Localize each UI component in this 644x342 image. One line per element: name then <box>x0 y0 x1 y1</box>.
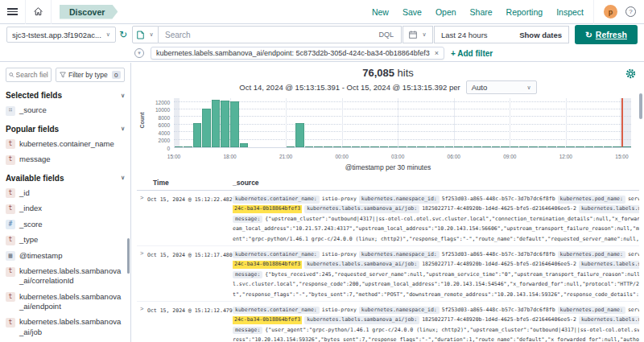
histogram-bar[interactable] <box>212 100 221 147</box>
field-section-label: Available fields <box>6 174 64 183</box>
help-icon[interactable]: ? <box>625 6 636 17</box>
histogram-bar[interactable] <box>361 146 369 148</box>
histogram-bar[interactable] <box>417 146 426 148</box>
histogram-bar[interactable] <box>492 146 501 148</box>
histogram-bar[interactable] <box>193 123 202 148</box>
field-section-title[interactable]: Popular fields∨ <box>6 125 125 134</box>
sidebar-field-_score[interactable]: #_score <box>6 220 125 230</box>
saved-query-menu-button[interactable]: ∨ <box>132 26 159 43</box>
histogram-bar[interactable] <box>594 146 603 148</box>
sidebar-field-kubernetes.labels.sambanova_ai/endpoint[interactable]: tkubernetes.labels.sambanova_ai/endpoint <box>6 292 125 312</box>
field-section-title[interactable]: Selected fields∨ <box>6 91 125 100</box>
nav-share[interactable]: Share <box>470 7 493 17</box>
nav-inspect[interactable]: Inspect <box>556 7 584 17</box>
histogram-bar[interactable] <box>202 109 211 147</box>
row-source: kubernetes.container_name:istio-proxykub… <box>233 305 639 342</box>
field-name-chip: kubernetes.labels.sambanova_ai/job: <box>304 261 419 269</box>
expand-row-caret[interactable]: > <box>137 194 147 244</box>
histogram-bar[interactable] <box>398 146 407 148</box>
nav-new[interactable]: New <box>372 7 389 17</box>
histogram-bar[interactable] <box>314 146 323 148</box>
time-column-header[interactable]: Time <box>137 179 233 187</box>
refresh-button[interactable]: ↻ Refresh <box>575 25 638 44</box>
sidebar-field-_index[interactable]: t_index <box>6 204 125 214</box>
histogram-bar[interactable] <box>539 146 547 148</box>
field-name-chip: kubernetes.namespace_id: <box>359 196 440 204</box>
histogram-bar[interactable] <box>370 146 379 148</box>
filter-options-icon[interactable]: ▼ <box>134 48 144 58</box>
histogram-bar[interactable] <box>604 146 613 148</box>
histogram-bar[interactable] <box>482 146 491 148</box>
histogram-bar[interactable] <box>473 146 482 148</box>
date-picker-button[interactable]: ∨ <box>402 26 433 43</box>
histogram-bar[interactable] <box>445 146 454 148</box>
nav-open[interactable]: Open <box>436 7 456 17</box>
expand-row-caret[interactable]: > <box>137 249 147 299</box>
histogram-bar[interactable] <box>547 146 556 148</box>
histogram-bar[interactable] <box>519 146 528 148</box>
remove-filter-icon[interactable]: × <box>435 49 439 57</box>
histogram-bar[interactable] <box>407 146 416 148</box>
interval-select[interactable]: Auto ∨ <box>466 80 537 94</box>
histogram-bar[interactable] <box>342 146 351 148</box>
nav-reporting[interactable]: Reporting <box>506 7 543 17</box>
header-right: p ? <box>593 0 644 24</box>
sidebar-field-message[interactable]: tmessage <box>6 155 125 165</box>
chart-settings-button[interactable] <box>625 68 636 82</box>
avatar[interactable]: p <box>604 5 617 19</box>
sidebar-field-@timestamp[interactable]: ▦@timestamp <box>6 251 125 262</box>
histogram-bar[interactable] <box>295 123 304 147</box>
histogram-bar[interactable] <box>576 146 584 148</box>
histogram-bar[interactable] <box>389 146 398 148</box>
filter-by-type-button[interactable]: Filter by type 0 <box>56 68 125 82</box>
histogram-bar[interactable] <box>287 146 295 148</box>
histogram-bar[interactable] <box>324 146 332 148</box>
histogram-bar[interactable] <box>436 146 444 148</box>
menu-button[interactable] <box>0 0 26 24</box>
field-section-title[interactable]: Available fields∨ <box>6 174 125 183</box>
histogram-bar[interactable] <box>427 146 436 148</box>
reload-index-icon[interactable]: ↻ <box>119 30 127 39</box>
histogram-bar[interactable] <box>585 146 594 148</box>
histogram-bar[interactable] <box>380 146 389 148</box>
histogram-bar[interactable] <box>184 146 192 148</box>
filter-pill[interactable]: kubernetes.labels.sambanova_ai/endpoint:… <box>151 47 444 60</box>
sidebar-field-kubernetes.container_name[interactable]: tkubernetes.container_name <box>6 139 125 150</box>
histogram-bar[interactable] <box>305 146 314 148</box>
histogram-bar[interactable] <box>221 101 229 147</box>
histogram-bar[interactable] <box>333 146 342 148</box>
nav-save[interactable]: Save <box>402 7 422 17</box>
field-search-input[interactable] <box>16 71 48 79</box>
histogram-bar[interactable] <box>464 146 473 148</box>
index-pattern-select[interactable]: sjc3-tstest.app.3f1902ac... ∨ <box>6 27 116 43</box>
time-range-value[interactable]: Last 24 hours <box>441 31 488 39</box>
histogram-bar[interactable] <box>566 146 575 148</box>
histogram-bar[interactable] <box>230 101 239 147</box>
sidebar-field-kubernetes.labels.sambanova_ai/job[interactable]: tkubernetes.labels.sambanova_ai/job <box>6 317 125 337</box>
histogram-bar[interactable] <box>240 143 249 147</box>
sidebar-field-kubernetes.labels.sambanova_ai/correlationId[interactable]: tkubernetes.labels.sambanova_ai/correlat… <box>6 266 125 286</box>
sidebar-field-_id[interactable]: t_id <box>6 188 125 199</box>
histogram-bar[interactable] <box>510 146 519 148</box>
sidebar-field-_type[interactable]: t_type <box>6 235 125 245</box>
sidebar-field-_source[interactable]: ∷_source <box>6 105 125 116</box>
sidebar-scrollbar-thumb[interactable] <box>127 238 130 274</box>
histogram-bar[interactable] <box>352 146 361 148</box>
histogram-bar[interactable] <box>529 146 538 148</box>
histogram-bar[interactable] <box>501 146 510 148</box>
filter-by-type-label: Filter by type <box>68 71 108 79</box>
main-scrollbar-thumb[interactable] <box>639 93 642 119</box>
histogram-bar[interactable] <box>454 146 463 148</box>
home-button[interactable] <box>26 0 52 24</box>
histogram-bar[interactable] <box>175 146 184 148</box>
histogram-bar[interactable] <box>557 146 566 148</box>
show-dates-button[interactable]: Show dates <box>519 31 562 39</box>
y-tick-label: 4000 <box>159 130 170 135</box>
expand-row-caret[interactable]: > <box>137 305 147 342</box>
search-input[interactable] <box>165 31 373 39</box>
breadcrumb[interactable]: Discover <box>60 5 118 19</box>
histogram-bar[interactable] <box>622 146 631 148</box>
histogram-bar[interactable] <box>613 146 621 148</box>
add-filter-button[interactable]: + Add filter <box>451 49 493 58</box>
query-language-button[interactable]: DQL <box>373 31 399 39</box>
